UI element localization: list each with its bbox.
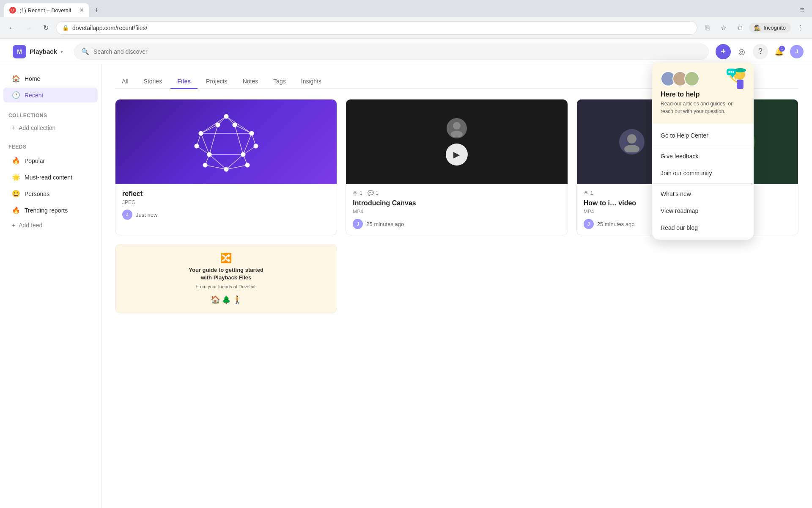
back-button[interactable]: ← <box>5 21 19 35</box>
reflect-time: Just now <box>136 212 157 218</box>
svg-line-31 <box>226 165 247 169</box>
eye-icon: 👁 <box>353 190 358 196</box>
card-reflect[interactable]: reflect JPEG J Just now <box>115 99 337 235</box>
workspace-name: Playback <box>30 48 57 55</box>
canvas-type: MP4 <box>353 209 560 215</box>
svg-line-15 <box>226 116 235 125</box>
popular-icon: 🔥 <box>12 157 20 165</box>
tab-title: (1) Recent – Dovetail <box>19 7 71 14</box>
tab-stories[interactable]: Stories <box>137 75 169 89</box>
search-input[interactable] <box>93 48 702 55</box>
help-button[interactable]: ? <box>753 44 768 59</box>
sidebar-item-home[interactable]: 🏠 Home <box>3 71 98 86</box>
reflect-type: JPEG <box>122 199 330 205</box>
canvas-comments: 💬 1 <box>368 190 379 196</box>
play-button[interactable]: ▶ <box>446 144 468 166</box>
extensions-icon[interactable]: ⧉ <box>733 21 746 35</box>
comment-icon: 💬 <box>368 190 374 196</box>
workspace-avatar: M <box>13 45 26 58</box>
help-wave-decoration <box>719 66 749 102</box>
help-illustration-svg <box>719 66 749 100</box>
tab-files[interactable]: Files <box>170 75 198 89</box>
svg-point-42 <box>734 68 746 72</box>
help-menu-item-5[interactable]: Read our blog <box>652 219 754 236</box>
help-menu-item-4[interactable]: View roadmap <box>652 202 754 219</box>
svg-line-29 <box>235 125 243 155</box>
svg-point-46 <box>730 71 732 73</box>
sidebar-popular-label: Popular <box>25 157 45 164</box>
help-menu-item-0[interactable]: Go to Help Center <box>652 127 754 144</box>
help-menu-item-3[interactable]: What's new <box>652 185 754 202</box>
personas-icon: 😀 <box>12 190 20 198</box>
create-button[interactable]: + <box>716 44 731 59</box>
sidebar-item-popular[interactable]: 🔥 Popular <box>3 153 98 168</box>
browser-menu-button[interactable]: ⋮ <box>793 21 807 35</box>
sidebar-recent-label: Recent <box>25 92 43 99</box>
svg-line-12 <box>201 116 226 133</box>
sidebar-item-recent[interactable]: 🕐 Recent <box>3 88 98 102</box>
tab-more-button[interactable]: ≡ <box>800 6 804 14</box>
svg-line-13 <box>226 116 252 133</box>
search-bar[interactable]: 🔍 <box>74 44 709 60</box>
add-collection-plus-icon: + <box>12 124 15 131</box>
neural-network-svg <box>184 99 269 184</box>
svg-line-24 <box>226 155 243 169</box>
user-avatar[interactable]: J <box>790 45 804 58</box>
trending-icon: 🔥 <box>12 206 20 214</box>
reflect-avatar: J <box>122 210 132 220</box>
add-collection-label: Add collection <box>19 124 55 131</box>
svg-line-14 <box>218 116 226 125</box>
sidebar-must-read-label: Must-read content <box>25 174 72 181</box>
tab-tags[interactable]: Tags <box>266 75 293 89</box>
svg-line-23 <box>205 155 209 165</box>
tab-projects[interactable]: Projects <box>199 75 234 89</box>
reload-button[interactable]: ↻ <box>39 21 52 35</box>
sidebar: 🏠 Home 🕐 Recent Collections + Add collec… <box>0 64 102 508</box>
add-feed-button[interactable]: + Add feed <box>3 219 98 231</box>
forward-button[interactable]: → <box>22 21 36 35</box>
browser-toolbar: ← → ↻ 🔒 dovetailapp.com/recent/files/ ⎘ … <box>0 17 812 39</box>
bookmark-icon[interactable]: ☆ <box>717 21 730 35</box>
address-bar[interactable]: 🔒 dovetailapp.com/recent/files/ <box>56 21 697 35</box>
incognito-button[interactable]: 🕵 Incognito <box>749 23 791 33</box>
new-tab-button[interactable]: + <box>91 4 102 16</box>
must-read-icon: 🌟 <box>12 173 20 181</box>
svg-line-25 <box>243 155 247 165</box>
activity-button[interactable]: ◎ <box>734 44 749 59</box>
recent-icon: 🕐 <box>12 91 20 99</box>
canvas-title: Introducing Canvas <box>353 199 560 207</box>
add-collection-button[interactable]: + Add collection <box>3 122 98 134</box>
sidebar-item-personas[interactable]: 😀 Personas <box>3 186 98 201</box>
sidebar-home-label: Home <box>25 75 40 82</box>
card-guide[interactable]: 🔀 Your guide to getting startedwith Play… <box>115 244 337 313</box>
reflect-title: reflect <box>122 190 330 198</box>
svg-line-20 <box>252 133 256 146</box>
reflect-thumbnail <box>115 99 337 184</box>
sidebar-item-must-read[interactable]: 🌟 Must-read content <box>3 170 98 185</box>
tab-close-button[interactable]: ✕ <box>80 7 84 13</box>
tab-all[interactable]: All <box>115 75 135 89</box>
help-menu-item-2[interactable]: Join our community <box>652 165 754 182</box>
notifications-button[interactable]: 🔔 1 <box>771 44 787 59</box>
search-icon: 🔍 <box>81 48 89 55</box>
sidebar-item-trending[interactable]: 🔥 Trending reports <box>3 203 98 218</box>
guide-decorations: 🏠 🌲 🚶 <box>211 295 242 304</box>
help-menu-item-1[interactable]: Give feedback <box>652 148 754 165</box>
help-menu-divider-2 <box>652 183 754 184</box>
active-tab[interactable]: D (1) Recent – Dovetail ✕ <box>4 3 89 17</box>
help-dropdown-desc: Read our articles and guides, or reach o… <box>661 100 745 115</box>
cast-icon[interactable]: ⎘ <box>701 21 714 35</box>
guide-thumbnail: 🔀 Your guide to getting startedwith Play… <box>115 244 337 313</box>
help-avatar-3 <box>684 71 700 86</box>
tab-notes[interactable]: Notes <box>236 75 265 89</box>
workspace-button[interactable]: M Playback ▾ <box>8 42 67 61</box>
tab-insights[interactable]: Insights <box>294 75 328 89</box>
svg-line-28 <box>209 125 218 155</box>
canvas-views: 👁 1 <box>353 190 362 196</box>
incognito-label: Incognito <box>763 25 786 31</box>
card-canvas[interactable]: ▶ 👁 1 💬 1 <box>346 99 568 235</box>
guide-top-icon: 🔀 <box>220 253 232 264</box>
reflect-meta: J Just now <box>122 210 330 220</box>
eye2-icon: 👁 <box>584 190 589 196</box>
canvas-stats: 👁 1 💬 1 <box>353 190 560 196</box>
